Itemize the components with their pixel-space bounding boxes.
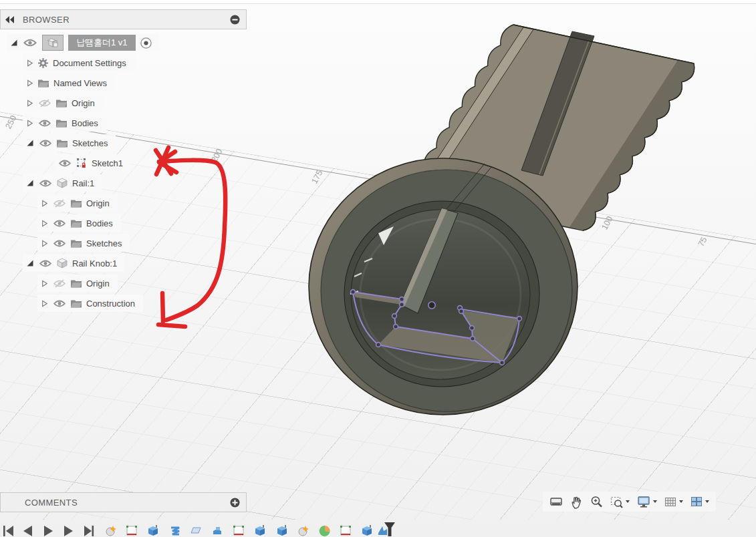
tree-row-rail-bodies[interactable]: Bodies xyxy=(0,214,254,234)
folder-icon xyxy=(71,299,82,308)
viewports-button[interactable] xyxy=(688,494,712,509)
root-document-title: 납땜홀더1 v1 xyxy=(68,35,136,51)
tree-row-named-views[interactable]: Named Views xyxy=(0,74,254,94)
minimize-panel-icon[interactable] xyxy=(230,15,240,25)
expander-collapsed-icon[interactable] xyxy=(41,280,48,287)
tree-row-label: Document Settings xyxy=(53,58,126,68)
folder-icon xyxy=(71,239,82,248)
grid-settings-button[interactable] xyxy=(662,494,686,509)
tree-row-rail-knob-1[interactable]: Rail Knob:1 xyxy=(0,254,254,275)
folder-icon xyxy=(71,199,82,208)
display-settings-icon xyxy=(636,495,651,508)
expander-collapsed-icon[interactable] xyxy=(26,59,33,67)
expander-expanded-icon[interactable] xyxy=(26,259,34,267)
folder-icon xyxy=(38,79,49,87)
window-top-edge xyxy=(0,0,756,4)
tree-row-rail-sketches[interactable]: Sketches xyxy=(0,234,254,254)
grid-settings-icon xyxy=(664,496,677,508)
folder-icon xyxy=(71,219,82,228)
comments-panel-title: COMMENTS xyxy=(25,498,78,508)
visibility-eye-off-icon[interactable] xyxy=(53,199,66,208)
tree-row-knob-origin[interactable]: Origin xyxy=(0,275,254,295)
collapse-panel-icon[interactable] xyxy=(5,16,15,23)
tree-row-bodies[interactable]: Bodies xyxy=(0,114,254,134)
tree-row-label: Origin xyxy=(86,279,110,289)
orbit-button[interactable] xyxy=(547,494,565,510)
visibility-eye-icon[interactable] xyxy=(39,259,52,268)
tree-row-label: Sketches xyxy=(72,138,108,148)
timeline-bar xyxy=(0,520,756,537)
expander-collapsed-icon[interactable] xyxy=(41,240,48,247)
folder-icon xyxy=(71,279,82,288)
comments-panel-header[interactable]: COMMENTS xyxy=(0,492,247,512)
expander-collapsed-icon[interactable] xyxy=(26,120,33,127)
gear-icon xyxy=(38,58,48,68)
expander-collapsed-icon[interactable] xyxy=(41,300,48,307)
tree-row-rail-origin[interactable]: Origin xyxy=(0,194,254,214)
visibility-eye-icon[interactable] xyxy=(53,299,66,308)
visibility-eye-icon[interactable] xyxy=(58,159,72,168)
view-navigation-toolbar xyxy=(543,492,716,512)
tree-row-sketch1[interactable]: Sketch1 xyxy=(0,154,254,174)
zoom-window-button[interactable] xyxy=(608,494,632,510)
folder-icon xyxy=(56,99,67,108)
component-icon xyxy=(57,178,68,188)
browser-panel-header[interactable]: BROWSER xyxy=(0,9,247,29)
folder-icon xyxy=(57,139,68,148)
tree-row-label: Bodies xyxy=(72,118,98,128)
chevron-down-icon xyxy=(678,500,684,504)
sketch-locked-icon xyxy=(76,158,87,168)
tree-row-document-settings[interactable]: Document Settings xyxy=(0,54,254,74)
pan-button[interactable] xyxy=(568,494,586,510)
pan-hand-icon xyxy=(570,495,584,509)
visibility-eye-off-icon[interactable] xyxy=(38,99,51,108)
visibility-eye-icon[interactable] xyxy=(53,219,66,228)
visibility-eye-icon[interactable] xyxy=(39,139,52,148)
expander-expanded-icon[interactable] xyxy=(26,139,34,147)
zoom-icon xyxy=(590,495,604,509)
tree-row-label: Origin xyxy=(72,98,95,108)
component-icon xyxy=(57,258,68,268)
tree-row-label: Sketches xyxy=(86,238,122,248)
assembly-icon xyxy=(42,35,64,51)
viewports-icon xyxy=(690,496,703,508)
zoom-button[interactable] xyxy=(588,494,606,510)
add-comment-icon[interactable] xyxy=(230,498,240,508)
tree-row-label: Rail:1 xyxy=(72,178,94,188)
timeline-feature-icons[interactable] xyxy=(102,525,409,537)
browser-tree: 납땜홀더1 v1 Document Settings Named Views O… xyxy=(0,34,254,315)
visibility-eye-off-icon[interactable] xyxy=(53,279,66,288)
zoom-window-icon xyxy=(610,495,624,509)
folder-icon xyxy=(56,119,67,128)
chevron-down-icon xyxy=(625,500,630,504)
tree-row-root-component[interactable]: 납땜홀더1 v1 xyxy=(0,34,254,54)
tree-row-label: Rail Knob:1 xyxy=(72,258,117,268)
tree-row-origin[interactable]: Origin xyxy=(0,94,254,114)
expander-collapsed-icon[interactable] xyxy=(26,79,33,87)
tree-row-sketches[interactable]: Sketches xyxy=(0,134,254,154)
timeline-playhead-marker[interactable] xyxy=(384,522,397,537)
visibility-eye-icon[interactable] xyxy=(23,38,37,47)
expander-expanded-icon[interactable] xyxy=(26,179,34,187)
expander-expanded-icon[interactable] xyxy=(10,39,18,47)
tree-row-knob-construction[interactable]: Construction xyxy=(0,295,254,315)
tree-row-label: Origin xyxy=(86,198,110,208)
activate-component-radio[interactable] xyxy=(140,37,152,49)
orbit-icon xyxy=(549,495,563,508)
display-settings-button[interactable] xyxy=(634,494,660,510)
chevron-down-icon xyxy=(652,500,658,504)
tree-row-rail-1[interactable]: Rail:1 xyxy=(0,174,254,194)
tree-row-label: Named Views xyxy=(53,78,107,88)
visibility-eye-icon[interactable] xyxy=(53,239,66,248)
chevron-down-icon xyxy=(705,500,710,504)
visibility-eye-icon[interactable] xyxy=(38,119,51,128)
expander-collapsed-icon[interactable] xyxy=(41,200,48,207)
timeline-playback-controls[interactable] xyxy=(3,525,96,537)
tree-row-label: Sketch1 xyxy=(92,158,123,168)
expander-collapsed-icon[interactable] xyxy=(41,220,48,227)
tree-row-label: Construction xyxy=(86,299,135,309)
visibility-eye-icon[interactable] xyxy=(39,179,52,188)
tree-row-label: Bodies xyxy=(86,218,113,228)
expander-collapsed-icon[interactable] xyxy=(26,100,33,107)
browser-panel-title: BROWSER xyxy=(23,15,70,25)
